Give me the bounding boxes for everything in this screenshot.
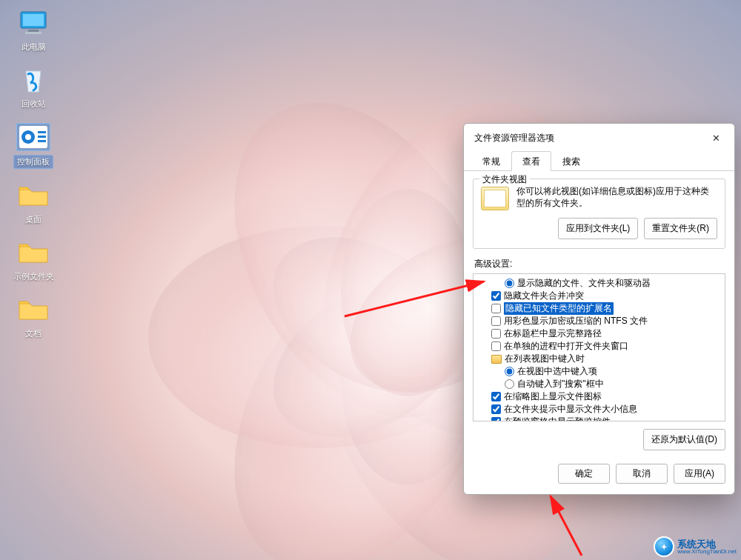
folder-icon (16, 239, 50, 267)
close-button[interactable]: ✕ (705, 130, 727, 146)
desktop: 此电脑 回收站 控制面板 桌面 示例文件夹 (0, 0, 741, 560)
button-label: 还原为默认值(D) (651, 434, 717, 444)
tree-item[interactable]: 在预览窗格中显示预览控件 (478, 416, 722, 421)
tree-label: 在标题栏中显示完整路径 (504, 327, 602, 340)
tree-label: 在缩略图上显示文件图标 (504, 390, 602, 403)
icon-label: 示例文件夹 (13, 272, 54, 281)
svg-rect-1 (23, 14, 44, 26)
tree-label: 在单独的进程中打开文件夹窗口 (504, 340, 628, 353)
dialog-body: 文件夹视图 你可以将此视图(如详细信息或图标)应用于这种类型的所有文件夹。 应用… (464, 171, 734, 459)
tree-item[interactable]: 在文件夹提示中显示文件大小信息 (478, 403, 722, 416)
close-icon: ✕ (712, 133, 720, 144)
folder-view-icon (481, 187, 509, 210)
reset-folders-button[interactable]: 重置文件夹(R) (644, 218, 717, 239)
cancel-button[interactable]: 取消 (616, 464, 668, 484)
folder-icon (16, 181, 50, 210)
tab-label: 查看 (522, 156, 540, 167)
apply-to-folders-button[interactable]: 应用到文件夹(L) (558, 218, 639, 239)
folder-icon (491, 355, 502, 364)
svg-rect-9 (38, 140, 46, 142)
svg-point-6 (25, 134, 31, 140)
folder-view-description: 你可以将此视图(如详细信息或图标)应用于这种类型的所有文件夹。 (516, 185, 717, 209)
restore-defaults-button[interactable]: 还原为默认值(D) (643, 429, 725, 450)
radio-auto-search[interactable] (505, 379, 514, 389)
tree-item[interactable]: 用彩色显示加密或压缩的 NTFS 文件 (478, 315, 722, 327)
desktop-icon-this-pc[interactable]: 此电脑 (7, 9, 59, 53)
svg-line-11 (551, 496, 582, 556)
button-label: 重置文件夹(R) (652, 223, 709, 233)
watermark-text-cn: 系统天地 (677, 539, 737, 549)
annotation-arrow-to-ok (545, 493, 589, 560)
checkbox-hide-extensions[interactable] (491, 304, 501, 313)
icon-label: 此电脑 (21, 42, 46, 51)
svg-rect-3 (25, 32, 41, 34)
tree-item[interactable]: 在视图中选中键入项 (478, 365, 722, 378)
tree-label: 在文件夹提示中显示文件大小信息 (504, 403, 637, 416)
tree-label: 显示隐藏的文件、文件夹和驱动器 (517, 277, 651, 290)
monitor-icon (16, 9, 50, 37)
tree-item-hide-extensions[interactable]: 隐藏已知文件类型的扩展名 (478, 302, 722, 315)
tree-label: 在视图中选中键入项 (517, 365, 597, 378)
icon-label: 桌面 (25, 215, 41, 224)
checkbox-tip-size[interactable] (491, 404, 501, 414)
desktop-icon-control-panel[interactable]: 控制面板 (7, 123, 59, 168)
radio-select-typed[interactable] (505, 367, 514, 376)
tree-item[interactable]: 隐藏文件夹合并冲突 (478, 290, 722, 302)
tree-item[interactable]: 自动键入到"搜索"框中 (478, 378, 722, 390)
tree-item[interactable]: 在单独的进程中打开文件夹窗口 (478, 340, 722, 353)
checkbox-ntfs-color[interactable] (491, 316, 501, 326)
watermark-logo: ✦ 系统天地 www.XiTongTianDi.net (654, 536, 737, 557)
checkbox-full-path-title[interactable] (491, 329, 501, 339)
icon-label: 文档 (25, 329, 41, 338)
tab-label: 搜索 (562, 156, 580, 167)
group-legend: 文件夹视图 (479, 173, 530, 186)
tree-label: 自动键入到"搜索"框中 (517, 378, 604, 390)
tree-item[interactable]: 显示隐藏的文件、文件夹和驱动器 (478, 277, 722, 290)
button-label: 取消 (633, 468, 651, 479)
checkbox-merge-conflict[interactable] (491, 291, 501, 301)
globe-icon: ✦ (654, 536, 674, 557)
svg-rect-2 (28, 30, 39, 32)
tree-item[interactable]: 在缩略图上显示文件图标 (478, 390, 722, 403)
tab-general[interactable]: 常规 (471, 151, 511, 171)
button-label: 确定 (575, 468, 593, 479)
checkbox-thumb-icon[interactable] (491, 392, 501, 401)
folder-options-dialog: 文件资源管理器选项 ✕ 常规 查看 搜索 文件夹视图 你可以将此视图(如详细信息… (463, 123, 735, 495)
folder-view-group: 文件夹视图 你可以将此视图(如详细信息或图标)应用于这种类型的所有文件夹。 应用… (473, 179, 725, 249)
desktop-icon-desktop-folder[interactable]: 桌面 (7, 181, 59, 225)
svg-rect-7 (38, 131, 46, 133)
control-panel-icon (16, 123, 50, 151)
desktop-icon-documents-folder[interactable]: 文档 (7, 296, 59, 339)
svg-rect-8 (38, 136, 46, 138)
watermark-text-en: www.XiTongTianDi.net (677, 549, 737, 555)
desktop-icons-column: 此电脑 回收站 控制面板 桌面 示例文件夹 (7, 9, 59, 353)
recycle-bin-icon (16, 66, 50, 94)
advanced-settings-tree[interactable]: 显示隐藏的文件、文件夹和驱动器 隐藏文件夹合并冲突 隐藏已知文件类型的扩展名 用… (473, 273, 725, 421)
dialog-title: 文件资源管理器选项 (474, 132, 554, 144)
ok-button[interactable]: 确定 (558, 464, 610, 484)
icon-label: 控制面板 (14, 156, 53, 168)
button-label: 应用(A) (685, 468, 714, 479)
tree-label: 隐藏已知文件类型的扩展名 (504, 302, 614, 315)
tab-search[interactable]: 搜索 (551, 151, 591, 171)
folder-icon (16, 296, 50, 324)
radio-show-hidden[interactable] (505, 279, 514, 288)
desktop-icon-recycle-bin[interactable]: 回收站 (7, 66, 59, 110)
tree-item[interactable]: 在标题栏中显示完整路径 (478, 327, 722, 340)
desktop-icon-example-folder[interactable]: 示例文件夹 (7, 239, 59, 282)
tree-label: 在列表视图中键入时 (505, 353, 585, 365)
tree-label: 隐藏文件夹合并冲突 (504, 290, 584, 302)
checkbox-separate-process[interactable] (491, 341, 501, 351)
apply-button[interactable]: 应用(A) (674, 464, 725, 484)
tree-label: 在预览窗格中显示预览控件 (504, 416, 611, 421)
tree-item-group[interactable]: 在列表视图中键入时 (478, 353, 722, 365)
tab-label: 常规 (482, 156, 500, 167)
icon-label: 回收站 (21, 99, 46, 108)
checkbox-preview-handlers[interactable] (491, 417, 501, 421)
tab-view[interactable]: 查看 (511, 151, 551, 171)
button-label: 应用到文件夹(L) (566, 223, 631, 233)
tab-strip: 常规 查看 搜索 (464, 150, 734, 171)
tree-label: 用彩色显示加密或压缩的 NTFS 文件 (504, 315, 648, 327)
dialog-footer: 确定 取消 应用(A) (464, 459, 734, 494)
titlebar[interactable]: 文件资源管理器选项 ✕ (464, 124, 734, 150)
